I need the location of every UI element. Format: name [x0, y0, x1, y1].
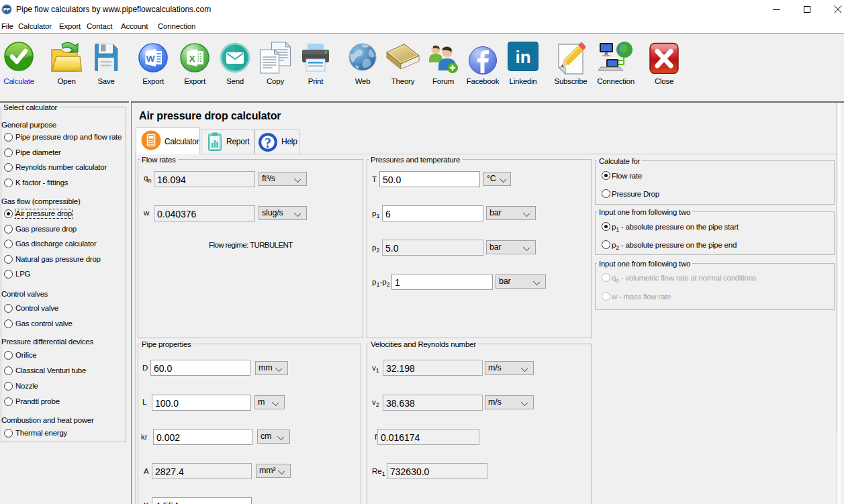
svg-text:X: X: [189, 54, 195, 64]
svg-text:?: ?: [265, 136, 271, 150]
svg-text:in: in: [515, 47, 530, 67]
svg-text:PF: PF: [3, 7, 10, 13]
svg-text:W: W: [146, 54, 155, 64]
